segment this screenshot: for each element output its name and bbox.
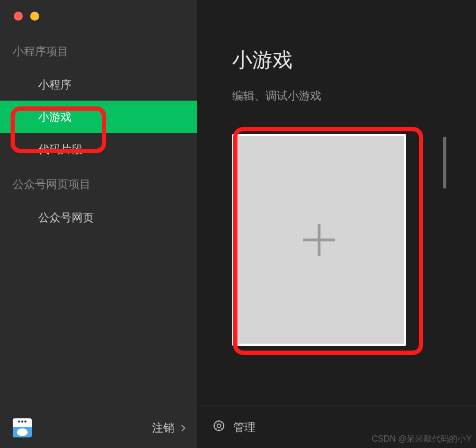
section-header-miniprogram: 小程序项目 (0, 32, 197, 68)
close-window-button[interactable] (14, 12, 23, 21)
manage-button[interactable]: 管理 (233, 420, 255, 435)
scrollbar-thumb[interactable] (443, 137, 446, 189)
main-panel: 小游戏 编辑、调试小游戏 管理 (197, 0, 476, 448)
nav-item-official-account-webpage[interactable]: 公众号网页 (0, 201, 197, 234)
window-controls (0, 0, 197, 32)
minimize-window-button[interactable] (30, 12, 39, 21)
logout-button[interactable]: 注销 (152, 420, 184, 435)
chevron-right-icon (179, 425, 186, 432)
gear-icon (212, 419, 226, 435)
plus-icon (303, 224, 335, 256)
nav-item-miniprogram[interactable]: 小程序 (0, 68, 197, 101)
nav-item-code-snippet[interactable]: 代码片段 (0, 133, 197, 165)
nav-item-minigame[interactable]: 小游戏 (0, 101, 197, 133)
svg-point-1 (214, 421, 224, 431)
section-header-official-account: 公众号网页项目 (0, 165, 197, 201)
main-content: 小游戏 编辑、调试小游戏 (197, 0, 476, 406)
svg-point-0 (217, 424, 221, 428)
page-title: 小游戏 (232, 47, 441, 74)
logout-label: 注销 (152, 420, 174, 435)
user-avatar[interactable] (13, 418, 32, 437)
sidebar: 小程序项目 小程序 小游戏 代码片段 公众号网页项目 公众号网页 注销 (0, 0, 197, 448)
create-project-card[interactable] (232, 134, 406, 346)
page-subtitle: 编辑、调试小游戏 (232, 88, 441, 103)
sidebar-footer: 注销 (0, 408, 197, 448)
watermark: CSDN @呆呆敲代码的小Y (372, 434, 472, 445)
